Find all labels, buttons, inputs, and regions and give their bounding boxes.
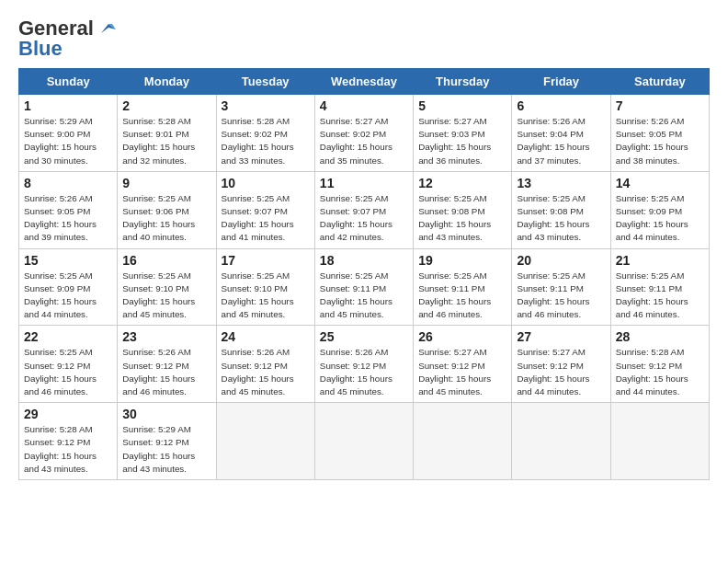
day-number: 19 [418, 253, 506, 268]
calendar-table: SundayMondayTuesdayWednesdayThursdayFrid… [18, 68, 710, 480]
cell-sunrise-sunset-text: Sunrise: 5:29 AM Sunset: 9:00 PM Dayligh… [24, 115, 112, 167]
day-number: 15 [24, 253, 112, 268]
day-number: 26 [418, 329, 506, 344]
cell-sunrise-sunset-text: Sunrise: 5:28 AM Sunset: 9:12 PM Dayligh… [24, 423, 112, 476]
calendar-cell: 11Sunrise: 5:25 AM Sunset: 9:07 PM Dayli… [314, 171, 413, 248]
day-number: 16 [122, 253, 210, 268]
calendar-week-3: 15Sunrise: 5:25 AM Sunset: 9:09 PM Dayli… [19, 248, 710, 326]
calendar-cell: 20Sunrise: 5:25 AM Sunset: 9:11 PM Dayli… [512, 248, 610, 326]
calendar-week-5: 29Sunrise: 5:28 AM Sunset: 9:12 PM Dayli… [19, 403, 710, 480]
calendar-cell: 9Sunrise: 5:25 AM Sunset: 9:06 PM Daylig… [118, 171, 216, 248]
day-number: 22 [24, 329, 112, 344]
calendar-cell [216, 403, 314, 480]
day-number: 11 [320, 176, 408, 190]
day-number: 2 [122, 98, 210, 113]
cell-sunrise-sunset-text: Sunrise: 5:25 AM Sunset: 9:10 PM Dayligh… [222, 270, 310, 322]
calendar-cell: 15Sunrise: 5:25 AM Sunset: 9:09 PM Dayli… [19, 248, 118, 326]
cell-sunrise-sunset-text: Sunrise: 5:28 AM Sunset: 9:02 PM Dayligh… [222, 115, 310, 167]
calendar-cell: 28Sunrise: 5:28 AM Sunset: 9:12 PM Dayli… [610, 326, 709, 403]
cell-sunrise-sunset-text: Sunrise: 5:28 AM Sunset: 9:12 PM Dayligh… [616, 346, 704, 398]
calendar-cell: 12Sunrise: 5:25 AM Sunset: 9:08 PM Dayli… [414, 171, 512, 248]
calendar-cell: 6Sunrise: 5:26 AM Sunset: 9:04 PM Daylig… [512, 95, 610, 172]
day-number: 7 [616, 98, 704, 113]
day-number: 24 [222, 329, 310, 344]
calendar-cell: 8Sunrise: 5:26 AM Sunset: 9:05 PM Daylig… [19, 171, 118, 248]
weekday-header-wednesday: Wednesday [314, 69, 413, 95]
calendar-cell [610, 403, 709, 480]
cell-sunrise-sunset-text: Sunrise: 5:27 AM Sunset: 9:12 PM Dayligh… [418, 346, 506, 398]
day-number: 10 [222, 176, 310, 190]
day-number: 14 [616, 176, 704, 190]
calendar-cell: 14Sunrise: 5:25 AM Sunset: 9:09 PM Dayli… [610, 171, 709, 248]
svg-marker-0 [101, 24, 116, 33]
cell-sunrise-sunset-text: Sunrise: 5:25 AM Sunset: 9:09 PM Dayligh… [616, 192, 704, 245]
day-number: 13 [517, 176, 605, 190]
calendar-week-4: 22Sunrise: 5:25 AM Sunset: 9:12 PM Dayli… [19, 326, 710, 403]
cell-sunrise-sunset-text: Sunrise: 5:25 AM Sunset: 9:06 PM Dayligh… [122, 192, 210, 245]
cell-sunrise-sunset-text: Sunrise: 5:25 AM Sunset: 9:09 PM Dayligh… [24, 270, 112, 322]
calendar-week-1: 1Sunrise: 5:29 AM Sunset: 9:00 PM Daylig… [19, 95, 710, 172]
cell-sunrise-sunset-text: Sunrise: 5:25 AM Sunset: 9:11 PM Dayligh… [320, 270, 408, 322]
calendar-cell: 16Sunrise: 5:25 AM Sunset: 9:10 PM Dayli… [118, 248, 216, 326]
cell-sunrise-sunset-text: Sunrise: 5:26 AM Sunset: 9:12 PM Dayligh… [320, 346, 408, 398]
day-number: 25 [320, 329, 408, 344]
cell-sunrise-sunset-text: Sunrise: 5:26 AM Sunset: 9:04 PM Dayligh… [517, 115, 605, 167]
day-number: 28 [616, 329, 704, 344]
calendar-cell: 17Sunrise: 5:25 AM Sunset: 9:10 PM Dayli… [216, 248, 314, 326]
cell-sunrise-sunset-text: Sunrise: 5:27 AM Sunset: 9:02 PM Dayligh… [320, 115, 408, 167]
calendar-cell: 25Sunrise: 5:26 AM Sunset: 9:12 PM Dayli… [314, 326, 413, 403]
calendar-cell: 19Sunrise: 5:25 AM Sunset: 9:11 PM Dayli… [414, 248, 512, 326]
calendar-cell: 2Sunrise: 5:28 AM Sunset: 9:01 PM Daylig… [118, 95, 216, 172]
day-number: 20 [517, 253, 605, 268]
weekday-header-saturday: Saturday [610, 69, 709, 95]
day-number: 30 [122, 407, 210, 421]
cell-sunrise-sunset-text: Sunrise: 5:25 AM Sunset: 9:11 PM Dayligh… [418, 270, 506, 322]
cell-sunrise-sunset-text: Sunrise: 5:26 AM Sunset: 9:12 PM Dayligh… [222, 346, 310, 398]
calendar-cell: 26Sunrise: 5:27 AM Sunset: 9:12 PM Dayli… [414, 326, 512, 403]
calendar-cell: 7Sunrise: 5:26 AM Sunset: 9:05 PM Daylig… [610, 95, 709, 172]
day-number: 17 [222, 253, 310, 268]
day-number: 21 [616, 253, 704, 268]
cell-sunrise-sunset-text: Sunrise: 5:25 AM Sunset: 9:07 PM Dayligh… [222, 192, 310, 245]
calendar-cell [314, 403, 413, 480]
day-number: 6 [517, 98, 605, 113]
day-number: 3 [222, 98, 310, 113]
weekday-header-tuesday: Tuesday [216, 69, 314, 95]
day-number: 23 [122, 329, 210, 344]
calendar-cell: 10Sunrise: 5:25 AM Sunset: 9:07 PM Dayli… [216, 171, 314, 248]
cell-sunrise-sunset-text: Sunrise: 5:25 AM Sunset: 9:08 PM Dayligh… [418, 192, 506, 245]
cell-sunrise-sunset-text: Sunrise: 5:25 AM Sunset: 9:08 PM Dayligh… [517, 192, 605, 245]
cell-sunrise-sunset-text: Sunrise: 5:25 AM Sunset: 9:11 PM Dayligh… [517, 270, 605, 322]
cell-sunrise-sunset-text: Sunrise: 5:27 AM Sunset: 9:12 PM Dayligh… [517, 346, 605, 398]
day-number: 18 [320, 253, 408, 268]
weekday-header-thursday: Thursday [414, 69, 512, 95]
weekday-header-row: SundayMondayTuesdayWednesdayThursdayFrid… [19, 69, 710, 95]
cell-sunrise-sunset-text: Sunrise: 5:25 AM Sunset: 9:10 PM Dayligh… [122, 270, 210, 322]
weekday-header-monday: Monday [118, 69, 216, 95]
calendar-cell: 18Sunrise: 5:25 AM Sunset: 9:11 PM Dayli… [314, 248, 413, 326]
calendar-week-2: 8Sunrise: 5:26 AM Sunset: 9:05 PM Daylig… [19, 171, 710, 248]
cell-sunrise-sunset-text: Sunrise: 5:26 AM Sunset: 9:05 PM Dayligh… [24, 192, 112, 245]
day-number: 4 [320, 98, 408, 113]
day-number: 27 [517, 329, 605, 344]
day-number: 9 [122, 176, 210, 190]
day-number: 29 [24, 407, 112, 421]
day-number: 1 [24, 98, 112, 113]
day-number: 5 [418, 98, 506, 113]
calendar-cell: 22Sunrise: 5:25 AM Sunset: 9:12 PM Dayli… [19, 326, 118, 403]
weekday-header-friday: Friday [512, 69, 610, 95]
calendar-cell [512, 403, 610, 480]
logo-bird-icon [96, 20, 116, 37]
cell-sunrise-sunset-text: Sunrise: 5:28 AM Sunset: 9:01 PM Dayligh… [122, 115, 210, 167]
cell-sunrise-sunset-text: Sunrise: 5:25 AM Sunset: 9:07 PM Dayligh… [320, 192, 408, 245]
page: General Blue SundayMondayTuesdayWednesda… [0, 0, 728, 497]
calendar-cell: 24Sunrise: 5:26 AM Sunset: 9:12 PM Dayli… [216, 326, 314, 403]
cell-sunrise-sunset-text: Sunrise: 5:25 AM Sunset: 9:12 PM Dayligh… [24, 346, 112, 398]
weekday-header-sunday: Sunday [19, 69, 118, 95]
calendar-cell: 30Sunrise: 5:29 AM Sunset: 9:12 PM Dayli… [118, 403, 216, 480]
calendar-cell: 13Sunrise: 5:25 AM Sunset: 9:08 PM Dayli… [512, 171, 610, 248]
day-number: 8 [24, 176, 112, 190]
cell-sunrise-sunset-text: Sunrise: 5:26 AM Sunset: 9:05 PM Dayligh… [616, 115, 704, 167]
calendar-cell: 5Sunrise: 5:27 AM Sunset: 9:03 PM Daylig… [414, 95, 512, 172]
calendar-cell: 23Sunrise: 5:26 AM Sunset: 9:12 PM Dayli… [118, 326, 216, 403]
